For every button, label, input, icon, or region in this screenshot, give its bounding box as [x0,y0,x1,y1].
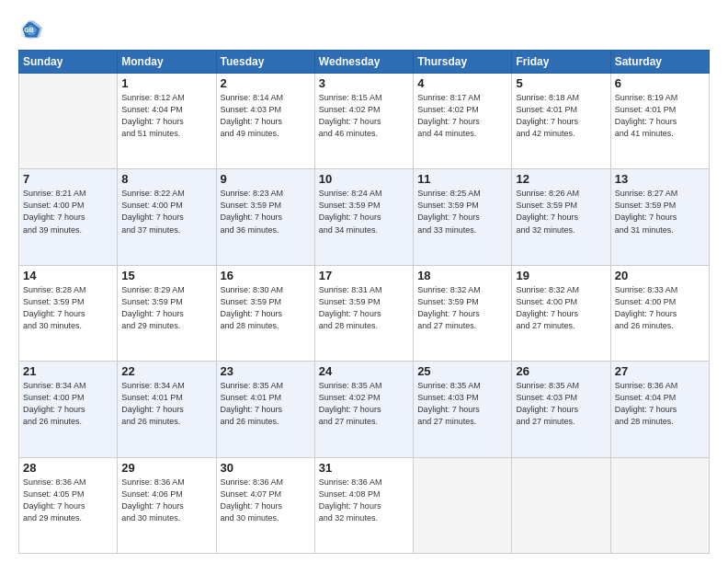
day-detail: Sunrise: 8:32 AM Sunset: 4:00 PM Dayligh… [516,284,606,332]
calendar-cell: 30Sunrise: 8:36 AM Sunset: 4:07 PM Dayli… [216,457,314,553]
day-number: 19 [516,269,606,282]
day-detail: Sunrise: 8:21 AM Sunset: 4:00 PM Dayligh… [23,188,113,236]
calendar-cell: 6Sunrise: 8:19 AM Sunset: 4:01 PM Daylig… [610,74,709,169]
calendar-cell: 19Sunrise: 8:32 AM Sunset: 4:00 PM Dayli… [512,265,610,361]
weekday-header-monday: Monday [118,51,216,74]
calendar-cell: 4Sunrise: 8:17 AM Sunset: 4:02 PM Daylig… [414,74,512,169]
calendar-cell: 25Sunrise: 8:35 AM Sunset: 4:03 PM Dayli… [414,362,512,457]
calendar-cell: 21Sunrise: 8:34 AM Sunset: 4:00 PM Dayli… [19,362,118,457]
day-detail: Sunrise: 8:26 AM Sunset: 3:59 PM Dayligh… [516,188,606,236]
calendar-cell: 8Sunrise: 8:22 AM Sunset: 4:00 PM Daylig… [118,169,216,265]
day-number: 2 [221,76,311,90]
day-number: 22 [121,364,211,378]
calendar-cell: 11Sunrise: 8:25 AM Sunset: 3:59 PM Dayli… [414,169,512,265]
weekday-header-wednesday: Wednesday [314,51,413,74]
calendar-cell [610,457,709,553]
day-number: 12 [516,172,606,186]
day-number: 17 [319,269,409,282]
day-detail: Sunrise: 8:36 AM Sunset: 4:06 PM Dayligh… [121,477,211,524]
calendar-cell: 5Sunrise: 8:18 AM Sunset: 4:01 PM Daylig… [512,74,610,169]
day-number: 9 [221,172,311,186]
calendar-cell: 17Sunrise: 8:31 AM Sunset: 3:59 PM Dayli… [314,265,413,361]
day-detail: Sunrise: 8:31 AM Sunset: 3:59 PM Dayligh… [319,284,409,332]
day-number: 8 [121,172,211,186]
day-number: 16 [221,269,311,282]
day-detail: Sunrise: 8:34 AM Sunset: 4:00 PM Dayligh… [23,380,113,428]
day-number: 15 [121,269,211,282]
day-number: 28 [23,461,113,475]
day-number: 27 [615,364,705,378]
day-number: 20 [615,269,705,282]
day-detail: Sunrise: 8:17 AM Sunset: 4:02 PM Dayligh… [417,92,507,140]
calendar-week-row: 1Sunrise: 8:12 AM Sunset: 4:04 PM Daylig… [19,74,710,169]
day-detail: Sunrise: 8:27 AM Sunset: 3:59 PM Dayligh… [615,188,705,236]
weekday-header-tuesday: Tuesday [216,51,314,74]
day-number: 30 [221,461,311,475]
day-number: 6 [615,76,705,90]
svg-text:GB: GB [24,27,34,33]
day-detail: Sunrise: 8:35 AM Sunset: 4:03 PM Dayligh… [516,380,606,428]
day-detail: Sunrise: 8:29 AM Sunset: 3:59 PM Dayligh… [121,284,211,332]
calendar-cell: 24Sunrise: 8:35 AM Sunset: 4:02 PM Dayli… [314,362,413,457]
day-number: 23 [221,364,311,378]
day-detail: Sunrise: 8:33 AM Sunset: 4:00 PM Dayligh… [615,284,705,332]
day-number: 31 [319,461,409,475]
logo-icon: GB [18,17,44,42]
calendar-week-row: 14Sunrise: 8:28 AM Sunset: 3:59 PM Dayli… [19,265,710,361]
weekday-header-thursday: Thursday [414,51,512,74]
calendar-cell: 27Sunrise: 8:36 AM Sunset: 4:04 PM Dayli… [610,362,709,457]
calendar-cell: 1Sunrise: 8:12 AM Sunset: 4:04 PM Daylig… [118,74,216,169]
calendar-week-row: 21Sunrise: 8:34 AM Sunset: 4:00 PM Dayli… [19,362,710,457]
day-detail: Sunrise: 8:23 AM Sunset: 3:59 PM Dayligh… [221,188,311,236]
day-detail: Sunrise: 8:35 AM Sunset: 4:01 PM Dayligh… [221,380,311,428]
calendar-cell: 12Sunrise: 8:26 AM Sunset: 3:59 PM Dayli… [512,169,610,265]
day-number: 1 [121,76,211,90]
calendar-cell: 28Sunrise: 8:36 AM Sunset: 4:05 PM Dayli… [19,457,118,553]
day-detail: Sunrise: 8:34 AM Sunset: 4:01 PM Dayligh… [121,380,211,428]
day-detail: Sunrise: 8:19 AM Sunset: 4:01 PM Dayligh… [615,92,705,140]
calendar-table: SundayMondayTuesdayWednesdayThursdayFrid… [18,50,710,554]
day-detail: Sunrise: 8:35 AM Sunset: 4:02 PM Dayligh… [319,380,409,428]
day-number: 26 [516,364,606,378]
calendar-week-row: 7Sunrise: 8:21 AM Sunset: 4:00 PM Daylig… [19,169,710,265]
weekday-header-row: SundayMondayTuesdayWednesdayThursdayFrid… [19,51,710,74]
page: GB SundayMondayTuesdayWednesdayThursdayF… [0,0,728,563]
calendar-cell: 23Sunrise: 8:35 AM Sunset: 4:01 PM Dayli… [216,362,314,457]
day-number: 7 [23,172,113,186]
day-detail: Sunrise: 8:28 AM Sunset: 3:59 PM Dayligh… [23,284,113,332]
day-number: 24 [319,364,409,378]
day-detail: Sunrise: 8:25 AM Sunset: 3:59 PM Dayligh… [417,188,507,236]
day-detail: Sunrise: 8:22 AM Sunset: 4:00 PM Dayligh… [121,188,211,236]
calendar-cell: 22Sunrise: 8:34 AM Sunset: 4:01 PM Dayli… [118,362,216,457]
logo: GB [18,17,46,42]
calendar-cell: 7Sunrise: 8:21 AM Sunset: 4:00 PM Daylig… [19,169,118,265]
day-detail: Sunrise: 8:36 AM Sunset: 4:05 PM Dayligh… [23,477,113,524]
calendar-cell [512,457,610,553]
day-detail: Sunrise: 8:32 AM Sunset: 3:59 PM Dayligh… [417,284,507,332]
calendar-cell: 13Sunrise: 8:27 AM Sunset: 3:59 PM Dayli… [610,169,709,265]
day-detail: Sunrise: 8:24 AM Sunset: 3:59 PM Dayligh… [319,188,409,236]
day-number: 25 [417,364,507,378]
header: GB [18,17,710,42]
calendar-cell: 26Sunrise: 8:35 AM Sunset: 4:03 PM Dayli… [512,362,610,457]
day-detail: Sunrise: 8:30 AM Sunset: 3:59 PM Dayligh… [221,284,311,332]
day-number: 10 [319,172,409,186]
day-number: 29 [121,461,211,475]
calendar-week-row: 28Sunrise: 8:36 AM Sunset: 4:05 PM Dayli… [19,457,710,553]
day-detail: Sunrise: 8:15 AM Sunset: 4:02 PM Dayligh… [319,92,409,140]
calendar-cell [414,457,512,553]
weekday-header-saturday: Saturday [610,51,709,74]
day-detail: Sunrise: 8:18 AM Sunset: 4:01 PM Dayligh… [516,92,606,140]
calendar-cell: 31Sunrise: 8:36 AM Sunset: 4:08 PM Dayli… [314,457,413,553]
calendar-cell [19,74,118,169]
day-number: 3 [319,76,409,90]
calendar-cell: 2Sunrise: 8:14 AM Sunset: 4:03 PM Daylig… [216,74,314,169]
day-detail: Sunrise: 8:36 AM Sunset: 4:08 PM Dayligh… [319,477,409,524]
calendar-cell: 3Sunrise: 8:15 AM Sunset: 4:02 PM Daylig… [314,74,413,169]
day-detail: Sunrise: 8:36 AM Sunset: 4:07 PM Dayligh… [221,477,311,524]
day-number: 21 [23,364,113,378]
calendar-cell: 29Sunrise: 8:36 AM Sunset: 4:06 PM Dayli… [118,457,216,553]
day-detail: Sunrise: 8:12 AM Sunset: 4:04 PM Dayligh… [121,92,211,140]
day-number: 14 [23,269,113,282]
weekday-header-sunday: Sunday [19,51,118,74]
